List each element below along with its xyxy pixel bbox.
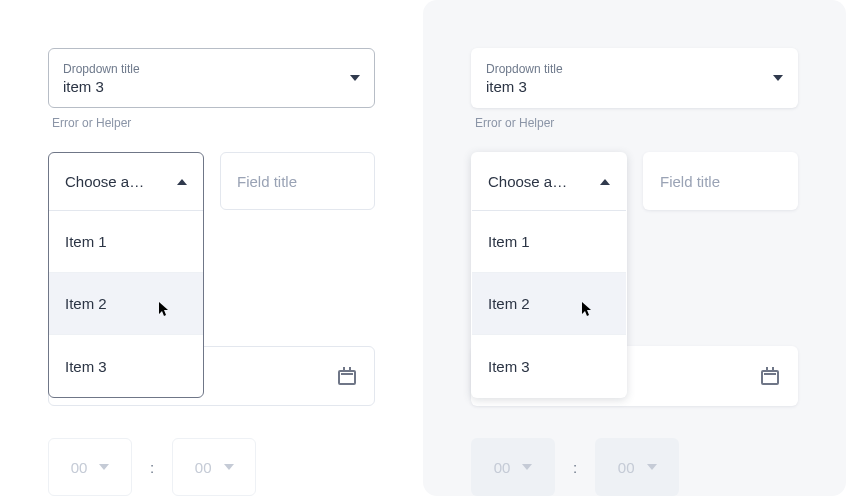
time-value: 00 [494,459,511,476]
dropdown-item[interactable]: Item 1 [49,211,203,273]
cursor-icon [159,302,171,318]
variant-elevated: Dropdown title item 3 Error or Helper Ch… [423,0,846,496]
time-minutes[interactable]: 00 [172,438,256,496]
time-separator: : [573,459,577,476]
dropdown-open-label: Choose a… [488,173,567,190]
field-placeholder: Field title [237,173,297,190]
dropdown-item-label: Item 2 [65,295,107,312]
chevron-down-icon [773,75,783,81]
text-field[interactable]: Field title [643,152,798,210]
text-field[interactable]: Field title [220,152,375,210]
dropdown-open-header[interactable]: Choose a… [472,153,626,211]
dropdown-open[interactable]: Choose a… Item 1 Item 2 Item 3 [48,152,204,398]
cursor-icon [582,302,594,318]
time-value: 00 [195,459,212,476]
time-value: 00 [618,459,635,476]
time-hours[interactable]: 00 [48,438,132,496]
dropdown-open-label: Choose a… [65,173,144,190]
dropdown-label: Dropdown title [63,62,140,76]
dropdown-item[interactable]: Item 3 [472,335,626,397]
time-value: 00 [71,459,88,476]
variant-outlined: Dropdown title item 3 Error or Helper Ch… [0,0,423,496]
dropdown-value: item 3 [486,78,563,95]
dropdown-open-header[interactable]: Choose a… [49,153,203,211]
dropdown-item-label: Item 2 [488,295,530,312]
dropdown-item[interactable]: Item 3 [49,335,203,397]
dropdown-item[interactable]: Item 2 [472,273,626,335]
time-picker: 00 : 00 [48,438,375,496]
chevron-down-icon [647,464,657,470]
dropdown-item[interactable]: Item 2 [49,273,203,335]
dropdown-title[interactable]: Dropdown title item 3 [471,48,798,108]
helper-text: Error or Helper [475,116,794,130]
chevron-down-icon [350,75,360,81]
chevron-down-icon [522,464,532,470]
time-hours[interactable]: 00 [471,438,555,496]
time-picker: 00 : 00 [471,438,798,496]
chevron-down-icon [224,464,234,470]
field-placeholder: Field title [660,173,720,190]
chevron-down-icon [99,464,109,470]
dropdown-title[interactable]: Dropdown title item 3 [48,48,375,108]
dropdown-open[interactable]: Choose a… Item 1 Item 2 Item 3 [471,152,627,398]
helper-text: Error or Helper [52,116,371,130]
chevron-up-icon [600,179,610,185]
dropdown-value: item 3 [63,78,140,95]
chevron-up-icon [177,179,187,185]
time-minutes[interactable]: 00 [595,438,679,496]
dropdown-label: Dropdown title [486,62,563,76]
time-separator: : [150,459,154,476]
dropdown-item[interactable]: Item 1 [472,211,626,273]
